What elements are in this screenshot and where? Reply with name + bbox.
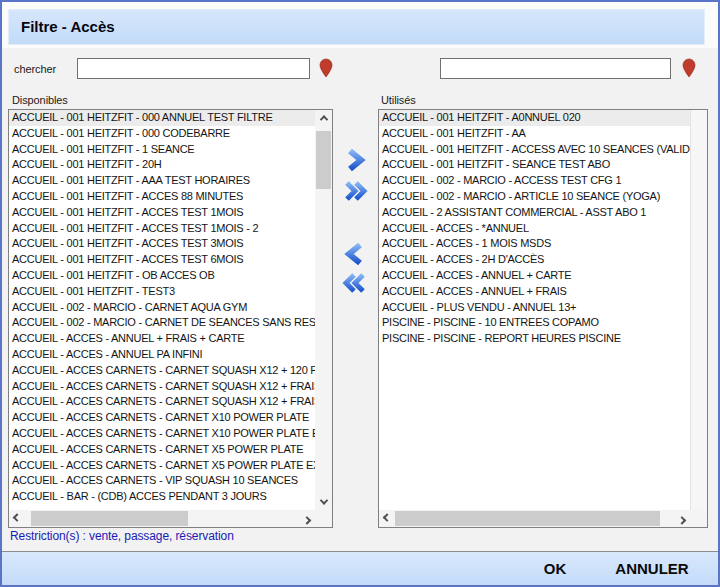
filter-access-dialog: Filtre - Accès chercher Disponibles Util…: [0, 0, 720, 587]
vertical-scrollbar-track: [690, 110, 707, 510]
move-left-button[interactable]: [342, 242, 368, 266]
list-item[interactable]: ACCUEIL - ACCES - ANNUEL + CARTE: [379, 268, 690, 284]
list-item[interactable]: ACCUEIL - ACCES CARNETS - CARNET X5 POWE…: [9, 458, 315, 474]
used-list-items: ACCUEIL - 001 HEITZFIT - A0NNUEL 020ACCU…: [379, 110, 690, 510]
vertical-scrollbar-thumb[interactable]: [316, 131, 331, 189]
list-item[interactable]: ACCUEIL - ACCES CARNETS - CARNET X10 POW…: [9, 426, 315, 442]
chevron-left-icon: [13, 513, 21, 521]
scroll-left-button[interactable]: [9, 510, 25, 527]
list-item[interactable]: ACCUEIL - 001 HEITZFIT - 000 CODEBARRE: [9, 126, 315, 142]
list-item[interactable]: ACCUEIL - ACCES CARNETS - VIP SQUASH 10 …: [9, 473, 315, 489]
list-item[interactable]: ACCUEIL - 001 HEITZFIT - 1 SEANCE: [9, 142, 315, 158]
list-item[interactable]: ACCUEIL - 2 ASSISTANT COMMERCIAL - ASST …: [379, 205, 690, 221]
scroll-up-button[interactable]: [315, 110, 332, 126]
double-chevron-right-icon: [342, 179, 368, 203]
list-item[interactable]: ACCUEIL - ACCES - ANNUEL + FRAIS: [379, 284, 690, 300]
list-item[interactable]: ACCUEIL - 002 - MARCIO - CARNET AQUA GYM: [9, 300, 315, 316]
ok-button[interactable]: OK: [523, 552, 587, 585]
search-marker-button-right[interactable]: [682, 58, 696, 78]
chevron-right-icon: [342, 148, 368, 172]
list-item[interactable]: ACCUEIL - 001 HEITZFIT - SEANCE TEST ABO: [379, 157, 690, 173]
chevron-down-icon: [319, 496, 327, 504]
list-item[interactable]: ACCUEIL - ACCES CARNETS - CARNET X5 POWE…: [9, 442, 315, 458]
list-item[interactable]: ACCUEIL - ACCES - ANNUEL + FRAIS + CARTE: [9, 331, 315, 347]
list-item[interactable]: ACCUEIL - 001 HEITZFIT - OB ACCES OB: [9, 268, 315, 284]
list-item[interactable]: ACCUEIL - 001 HEITZFIT - TEST3: [9, 284, 315, 300]
list-item[interactable]: ACCUEIL - ACCES CARNETS - CARNET SQUASH …: [9, 363, 315, 379]
footer-bar: OK ANNULER: [2, 551, 718, 585]
list-item[interactable]: ACCUEIL - ACCES CARNETS - CARNET SQUASH …: [9, 379, 315, 395]
list-item[interactable]: ACCUEIL - 001 HEITZFIT - ACCES TEST 1MOI…: [9, 205, 315, 221]
list-item[interactable]: ACCUEIL - ACCES - 2H D'ACCÈS: [379, 252, 690, 268]
search-label: chercher: [14, 63, 56, 75]
dialog-titlebar: Filtre - Accès: [8, 9, 705, 45]
cancel-button[interactable]: ANNULER: [612, 552, 692, 585]
chevron-right-icon: [678, 516, 686, 524]
list-item[interactable]: ACCUEIL - 001 HEITZFIT - AAA TEST HORAIR…: [9, 173, 315, 189]
scrollbar-corner: [315, 510, 332, 527]
chevron-left-icon: [383, 513, 391, 521]
dialog-title: Filtre - Accès: [9, 10, 704, 44]
list-item[interactable]: ACCUEIL - 001 HEITZFIT - 20H: [9, 157, 315, 173]
list-item[interactable]: ACCUEIL - 002 - MARCIO - ACCESS TEST CFG…: [379, 173, 690, 189]
scroll-right-button[interactable]: [674, 510, 690, 527]
chevron-up-icon: [319, 115, 327, 123]
map-pin-icon: [319, 58, 333, 78]
used-list-label: Utilisés: [381, 94, 416, 106]
available-list-items: ACCUEIL - 001 HEITZFIT - 000 ANNUEL TEST…: [9, 110, 315, 510]
list-item[interactable]: ACCUEIL - BAR - (CDB) ACCES PENDANT 3 JO…: [9, 489, 315, 505]
available-list[interactable]: ACCUEIL - 001 HEITZFIT - 000 ANNUEL TEST…: [8, 109, 333, 528]
move-all-left-button[interactable]: [342, 271, 368, 295]
list-item[interactable]: ACCUEIL - ACCES - *ANNUEL: [379, 221, 690, 237]
list-item[interactable]: ACCUEIL - 001 HEITZFIT - ACCES TEST 6MOI…: [9, 252, 315, 268]
search-marker-button-left[interactable]: [319, 58, 333, 78]
chevron-left-icon: [342, 242, 368, 266]
list-item[interactable]: ACCUEIL - 001 HEITZFIT - AA: [379, 126, 690, 142]
list-item[interactable]: PISCINE - PISCINE - REPORT HEURES PISCIN…: [379, 331, 690, 347]
list-item[interactable]: ACCUEIL - 001 HEITZFIT - ACCES TEST 1MOI…: [9, 221, 315, 237]
horizontal-scrollbar[interactable]: [379, 510, 690, 527]
map-pin-icon: [682, 58, 696, 78]
search-input-right[interactable]: [440, 58, 671, 79]
list-item[interactable]: PISCINE - PISCINE - 10 ENTREES COPAMO: [379, 315, 690, 331]
search-input-left[interactable]: [77, 58, 310, 79]
list-item[interactable]: ACCUEIL - ACCES CARNETS - CARNET SQUASH …: [9, 394, 315, 410]
vertical-scrollbar[interactable]: [315, 110, 332, 510]
list-item[interactable]: ACCUEIL - 001 HEITZFIT - 000 ANNUEL TEST…: [9, 110, 315, 126]
move-all-right-button[interactable]: [342, 179, 368, 203]
scroll-right-button[interactable]: [299, 510, 315, 527]
horizontal-scrollbar-thumb[interactable]: [31, 511, 188, 526]
list-item[interactable]: ACCUEIL - ACCES CARNETS - CARNET X10 POW…: [9, 410, 315, 426]
list-item[interactable]: ACCUEIL - 002 - MARCIO - ARTICLE 10 SEAN…: [379, 189, 690, 205]
list-item[interactable]: ACCUEIL - PLUS VENDU - ANNUEL 13+: [379, 300, 690, 316]
scroll-left-button[interactable]: [379, 510, 395, 527]
horizontal-scrollbar[interactable]: [9, 510, 315, 527]
list-item[interactable]: ACCUEIL - 002 - MARCIO - CARNET DE SEANC…: [9, 315, 315, 331]
list-item[interactable]: ACCUEIL - 001 HEITZFIT - ACCES TEST 3MOI…: [9, 236, 315, 252]
used-list[interactable]: ACCUEIL - 001 HEITZFIT - A0NNUEL 020ACCU…: [378, 109, 708, 528]
chevron-right-icon: [303, 516, 311, 524]
list-item[interactable]: ACCUEIL - ACCES - 1 MOIS MSDS: [379, 236, 690, 252]
list-item[interactable]: ACCUEIL - ACCES - ANNUEL PA INFINI: [9, 347, 315, 363]
scroll-down-button[interactable]: [315, 494, 332, 510]
move-right-button[interactable]: [342, 148, 368, 172]
available-list-label: Disponibles: [12, 94, 68, 106]
list-item[interactable]: ACCUEIL - 001 HEITZFIT - ACCES 88 MINUTE…: [9, 189, 315, 205]
double-chevron-left-icon: [342, 271, 368, 295]
horizontal-scrollbar-thumb[interactable]: [395, 511, 660, 526]
scrollbar-corner: [690, 510, 707, 527]
list-item[interactable]: ACCUEIL - 001 HEITZFIT - A0NNUEL 020: [379, 110, 690, 126]
restriction-note: Restriction(s) : vente, passage, réserva…: [10, 529, 234, 543]
list-item[interactable]: ACCUEIL - 001 HEITZFIT - ACCESS AVEC 10 …: [379, 142, 690, 158]
